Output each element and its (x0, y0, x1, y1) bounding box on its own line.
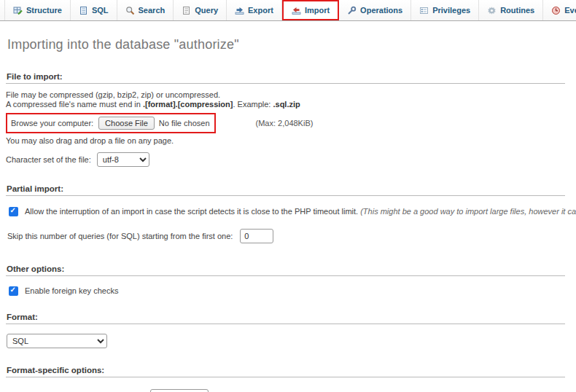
sql-compatibility-row: SQL compatibility mode: NONE (6, 389, 565, 392)
interrupt-note: (This might be a good way to import larg… (360, 207, 576, 216)
tab-search[interactable]: Search (117, 0, 174, 20)
structure-icon (13, 6, 23, 15)
example-extension: .sql.zip (273, 100, 300, 109)
browse-row: Browse your computer: Choose File No fil… (6, 113, 565, 133)
tab-label: Routines (500, 6, 534, 15)
interrupt-checkbox[interactable] (9, 207, 18, 216)
query-icon (182, 6, 191, 15)
import-icon (292, 6, 301, 15)
compression-note-line1: File may be compressed (gzip, bzip2, zip… (6, 90, 220, 99)
skip-queries-row: Skip this number of queries (for SQL) st… (7, 229, 565, 243)
tab-label: Privileges (432, 6, 470, 15)
format-select[interactable]: SQL (7, 334, 107, 348)
tab-privileges[interactable]: Privileges (411, 0, 479, 20)
format-compression-token: .[format].[compression] (143, 100, 233, 109)
choose-file-button[interactable]: Choose File (98, 117, 155, 130)
charset-label: Character set of the file: (6, 155, 91, 164)
gear-icon (487, 6, 497, 15)
skip-queries-input[interactable] (240, 229, 273, 243)
section-heading-other-options: Other options: (6, 264, 565, 276)
compression-note: File may be compressed (gzip, bzip2, zip… (6, 90, 565, 109)
section-heading-format-specific: Format-specific options: (6, 366, 565, 377)
tab-label: SQL (92, 6, 109, 15)
foreign-key-checkbox-row: Enable foreign key checks (9, 286, 565, 296)
tab-label: Query (195, 6, 218, 15)
no-file-chosen-text: No file chosen (159, 119, 210, 128)
tab-sql[interactable]: SQL (71, 0, 117, 20)
export-icon (235, 6, 244, 15)
drag-drop-note: You may also drag and drop a file on any… (6, 136, 565, 145)
tab-label: Export (248, 6, 273, 15)
charset-row: Character set of the file: utf-8 (6, 152, 565, 167)
tab-label: Search (139, 6, 166, 15)
page-title: Importing into the database "authorize" (7, 37, 576, 52)
tab-label: Operations (360, 6, 402, 15)
tab-export[interactable]: Export (227, 0, 282, 20)
clock-icon (551, 6, 561, 15)
foreign-key-checkbox[interactable] (9, 286, 18, 296)
search-icon (125, 6, 135, 15)
tab-label: Import (305, 6, 330, 15)
skip-queries-label: Skip this number of queries (for SQL) st… (7, 232, 233, 240)
max-upload-size: (Max: 2,048KiB) (256, 119, 314, 128)
tab-label: Events (564, 6, 576, 15)
interrupt-text: Allow the interruption of an import in c… (25, 207, 358, 216)
example-text: . Example: (233, 100, 273, 109)
sql-icon (79, 6, 88, 15)
compression-note-line2: A compressed file's name must end in (6, 100, 143, 109)
interrupt-label: Allow the interruption of an import in c… (25, 207, 576, 216)
interrupt-checkbox-row: Allow the interruption of an import in c… (9, 207, 565, 216)
section-heading-format: Format: (6, 313, 565, 324)
browse-annotation-box: Browse your computer: Choose File No fil… (6, 113, 216, 133)
tab-events[interactable]: Events (543, 0, 576, 20)
privileges-icon (419, 6, 429, 15)
tab-query[interactable]: Query (174, 0, 227, 20)
foreign-key-label: Enable foreign key checks (25, 286, 118, 295)
tab-routines[interactable]: Routines (479, 0, 543, 20)
tab-bar: Structure SQL Search Query Export Import… (0, 0, 576, 21)
section-heading-partial-import: Partial import: (6, 184, 565, 196)
tab-operations[interactable]: Operations (339, 0, 411, 20)
tab-label: Structure (26, 6, 62, 15)
import-form: File to import: File may be compressed (… (0, 72, 576, 392)
tab-structure[interactable]: Structure (4, 0, 71, 20)
browse-label: Browse your computer: (11, 119, 93, 128)
section-heading-file-to-import: File to import: (6, 72, 565, 84)
tab-import[interactable]: Import (282, 0, 339, 20)
charset-select[interactable]: utf-8 (97, 152, 149, 167)
sql-compatibility-select[interactable]: NONE (150, 389, 209, 392)
wrench-icon (347, 6, 357, 15)
